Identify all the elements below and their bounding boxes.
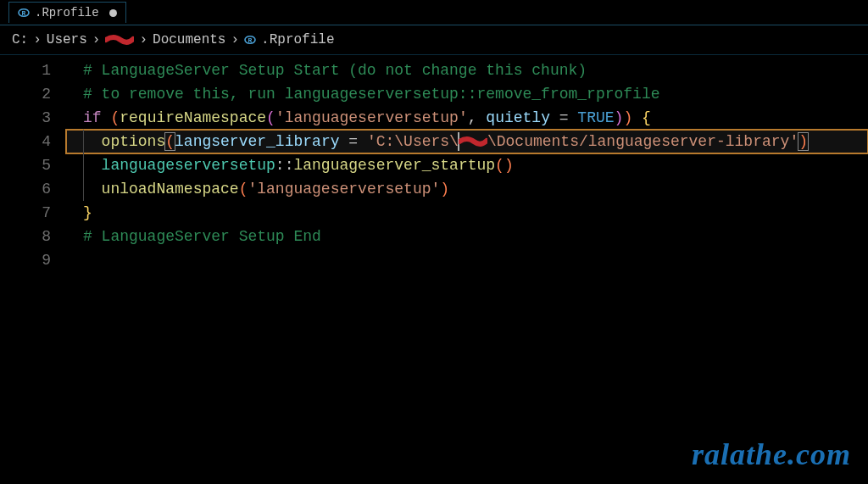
breadcrumb-seg[interactable]: .Rprofile	[261, 32, 334, 47]
r-file-icon: R	[18, 7, 30, 19]
redacted-user-icon	[105, 34, 134, 46]
line-number-gutter: 1 2 3 4 5 6 7 8 9	[0, 55, 66, 272]
line-number: 7	[0, 201, 66, 225]
watermark-text: ralathe.com	[692, 437, 851, 472]
code-line[interactable]: # LanguageServer Setup End	[66, 225, 868, 248]
code-line-active[interactable]: options(langserver_library = 'C:\Users\\…	[66, 130, 868, 153]
svg-text:R: R	[22, 9, 26, 17]
breadcrumb-seg[interactable]: Users	[47, 32, 87, 47]
redacted-user-icon	[459, 136, 487, 147]
line-number: 2	[0, 82, 66, 106]
tab-label: .Rprofile	[35, 6, 99, 19]
editor[interactable]: 1 2 3 4 5 6 7 8 9 # LanguageServer Setup…	[0, 55, 868, 272]
code-line[interactable]: if (requireNamespace('languageserversetu…	[66, 106, 868, 130]
chevron-right-icon: ›	[231, 32, 239, 47]
line-number: 3	[0, 106, 66, 130]
code-line[interactable]: # LanguageServer Setup Start (do not cha…	[66, 58, 868, 82]
line-number: 4	[0, 130, 66, 153]
line-number: 6	[0, 177, 66, 201]
code-line[interactable]	[66, 248, 868, 272]
code-line[interactable]: }	[66, 201, 868, 225]
svg-text:R: R	[248, 36, 253, 44]
tab-rprofile[interactable]: R .Rprofile	[8, 2, 126, 23]
tab-bar: R .Rprofile	[0, 0, 868, 25]
chevron-right-icon: ›	[139, 32, 147, 47]
chevron-right-icon: ›	[92, 32, 101, 47]
line-number: 9	[0, 248, 66, 272]
breadcrumb[interactable]: C: › Users › › Documents › R .Rprofile	[0, 25, 868, 55]
line-number: 8	[0, 225, 66, 248]
code-area[interactable]: # LanguageServer Setup Start (do not cha…	[66, 55, 868, 272]
line-number: 5	[0, 153, 66, 177]
code-line[interactable]: languageserversetup::languageserver_star…	[66, 153, 868, 177]
unsaved-dot-icon	[109, 9, 117, 17]
code-line[interactable]: # to remove this, run languageserversetu…	[66, 82, 868, 106]
breadcrumb-seg[interactable]: C:	[12, 32, 28, 47]
chevron-right-icon: ›	[33, 32, 42, 47]
r-file-icon: R	[244, 34, 256, 46]
code-line[interactable]: unloadNamespace('languageserversetup')	[66, 177, 868, 201]
line-number: 1	[0, 58, 66, 82]
breadcrumb-seg[interactable]: Documents	[153, 32, 225, 47]
